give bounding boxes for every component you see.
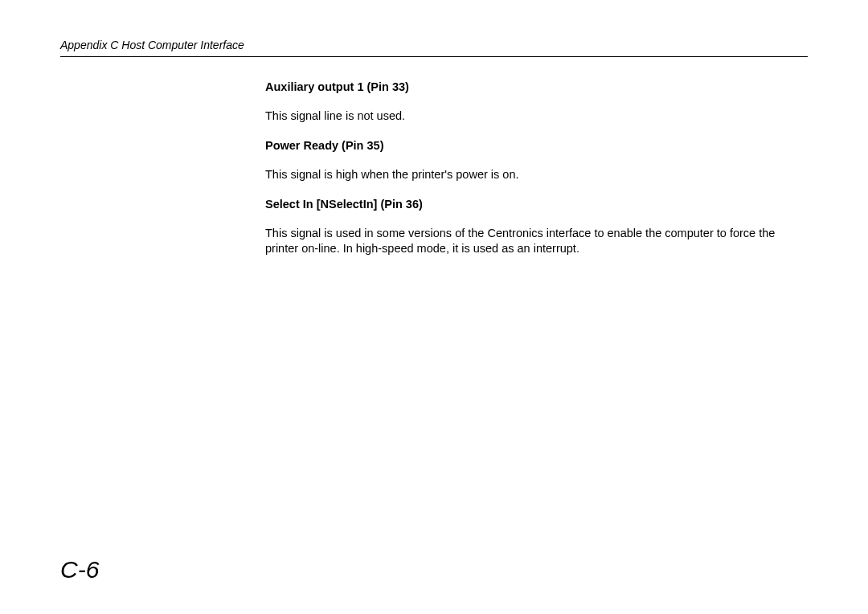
header-title: Appendix C Host Computer Interface [60,39,244,51]
section-heading-1: Auxiliary output 1 (Pin 33) [265,80,808,96]
section-heading-3: Select In [NSelectIn] (Pin 36) [265,197,808,213]
section-heading-2: Power Ready (Pin 35) [265,138,808,154]
page-number: C-6 [60,556,99,583]
document-page: Appendix C Host Computer Interface Auxil… [0,0,868,614]
main-content: Auxiliary output 1 (Pin 33) This signal … [265,80,808,257]
section-body-3: This signal is used in some versions of … [265,226,808,257]
section-body-2: This signal is high when the printer's p… [265,167,808,183]
section-body-1: This signal line is not used. [265,108,808,125]
page-header: Appendix C Host Computer Interface [60,39,808,57]
